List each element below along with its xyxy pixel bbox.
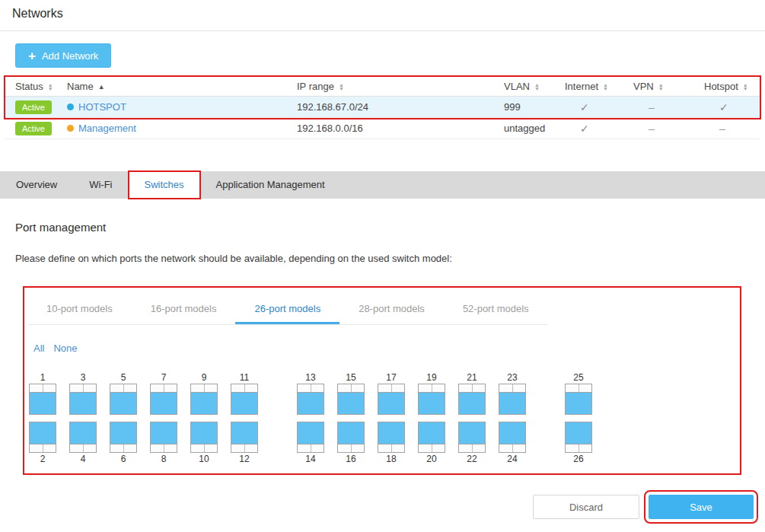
port-2[interactable] (29, 422, 56, 453)
port-6[interactable] (110, 422, 137, 453)
port-column: 1920 (418, 371, 445, 465)
column-header-ip-range[interactable]: IP range▲▼ (287, 81, 494, 92)
table-row[interactable]: ActiveHOTSPOT192.168.67.0/24999✓–✓ (5, 97, 760, 118)
select-all-link[interactable]: All (33, 342, 44, 354)
model-tab-16-port-models[interactable]: 16-port models (132, 294, 236, 324)
table-row[interactable]: ActiveManagement192.168.0.0/16untagged✓–… (5, 118, 760, 139)
port-number-label: 3 (69, 371, 97, 384)
ip-range-cell: 192.168.67.0/24 (287, 101, 494, 113)
port-18[interactable] (378, 422, 405, 453)
port-number-label: 17 (378, 371, 405, 384)
port-7[interactable] (150, 384, 177, 415)
port-notch (110, 384, 136, 393)
port-21[interactable] (458, 384, 486, 415)
port-number-label: 5 (110, 371, 137, 384)
port-24[interactable] (499, 422, 526, 453)
port-23[interactable] (499, 384, 526, 415)
network-name-link[interactable]: Management (78, 123, 136, 134)
sort-icon: ▲▼ (743, 83, 748, 91)
column-label: IP range (297, 81, 334, 92)
port-17[interactable] (378, 384, 405, 415)
tab-application-management[interactable]: Application Management (200, 171, 341, 199)
model-tab-52-port-models[interactable]: 52-port models (444, 294, 548, 324)
status-cell: Active (5, 122, 57, 135)
port-number-label: 20 (418, 453, 445, 465)
port-number-label: 10 (190, 453, 218, 465)
port-notch (459, 444, 485, 452)
column-header-vlan[interactable]: VLAN▲▼ (494, 81, 555, 92)
port-3[interactable] (69, 384, 97, 415)
port-20[interactable] (418, 422, 445, 453)
port-11[interactable] (231, 384, 258, 415)
port-12[interactable] (231, 422, 258, 453)
port-10[interactable] (190, 422, 218, 453)
port-16[interactable] (337, 422, 365, 453)
port-group: 131415161718192021222324 (297, 371, 526, 465)
port-number-label: 6 (110, 453, 137, 465)
add-network-label: Add Network (42, 50, 98, 62)
tab-wi-fi[interactable]: Wi-Fi (73, 171, 128, 199)
vpn-dash-icon: – (649, 123, 655, 135)
port-5[interactable] (110, 384, 137, 415)
port-column: 2526 (565, 371, 592, 465)
vlan-cell: 999 (494, 101, 555, 113)
column-header-hotspot[interactable]: Hotspot▲▼ (694, 81, 760, 92)
network-color-dot (67, 104, 74, 110)
port-notch (191, 444, 217, 452)
port-9[interactable] (190, 384, 218, 415)
port-19[interactable] (418, 384, 445, 415)
port-number-label: 13 (297, 371, 324, 384)
port-notch (338, 384, 364, 393)
port-management-description: Please define on which ports the network… (15, 253, 452, 264)
port-notch (566, 444, 591, 452)
port-number-label: 11 (231, 371, 258, 384)
add-network-button[interactable]: + Add Network (15, 43, 111, 68)
save-button[interactable]: Save (649, 495, 754, 519)
column-header-vpn[interactable]: VPN▲▼ (623, 81, 694, 92)
port-notch (298, 444, 324, 452)
port-22[interactable] (458, 422, 486, 453)
networks-page: Networks + Add Network Status▲▼Name▲IP r… (0, 0, 765, 532)
tab-overview[interactable]: Overview (0, 171, 73, 199)
port-notch (338, 444, 364, 452)
port-column: 1718 (378, 371, 405, 465)
port-8[interactable] (150, 422, 177, 453)
port-notch (30, 384, 56, 393)
port-notch (378, 384, 404, 393)
column-header-internet[interactable]: Internet▲▼ (555, 81, 623, 92)
network-name-link[interactable]: HOTSPOT (78, 101, 126, 113)
discard-button[interactable]: Discard (533, 495, 639, 519)
page-title: Networks (12, 7, 63, 21)
port-4[interactable] (69, 422, 97, 453)
port-notch (298, 384, 324, 393)
port-number-label: 26 (565, 453, 592, 465)
column-header-name[interactable]: Name▲ (57, 81, 287, 92)
plus-icon: + (28, 49, 36, 62)
port-number-label: 23 (499, 371, 526, 384)
port-25[interactable] (565, 384, 592, 415)
port-notch (499, 384, 525, 393)
model-tab-26-port-models[interactable]: 26-port models (235, 294, 339, 324)
model-tab-28-port-models[interactable]: 28-port models (339, 294, 444, 324)
tab-switches[interactable]: Switches (129, 171, 200, 199)
port-1[interactable] (29, 384, 56, 415)
model-tab-10-port-models[interactable]: 10-port models (27, 294, 132, 324)
port-14[interactable] (297, 422, 324, 453)
port-number-label: 21 (458, 371, 486, 384)
internet-check-icon: ✓ (580, 123, 589, 135)
port-management-heading: Port management (15, 221, 106, 234)
column-header-status[interactable]: Status▲▼ (5, 81, 57, 92)
sort-icon: ▲▼ (534, 83, 540, 91)
select-none-link[interactable]: None (53, 342, 77, 354)
port-column: 2122 (458, 371, 486, 465)
port-13[interactable] (297, 384, 324, 415)
port-notch (151, 384, 177, 393)
hotspot-dash-icon: – (719, 123, 725, 135)
port-number-label: 7 (150, 371, 177, 384)
port-26[interactable] (565, 422, 592, 453)
table-header-row: Status▲▼Name▲IP range▲▼VLAN▲▼Internet▲▼V… (5, 77, 760, 97)
network-color-dot (67, 125, 74, 132)
port-column: 12 (29, 371, 56, 465)
port-15[interactable] (337, 384, 365, 415)
sort-ascending-icon: ▲ (98, 83, 105, 91)
